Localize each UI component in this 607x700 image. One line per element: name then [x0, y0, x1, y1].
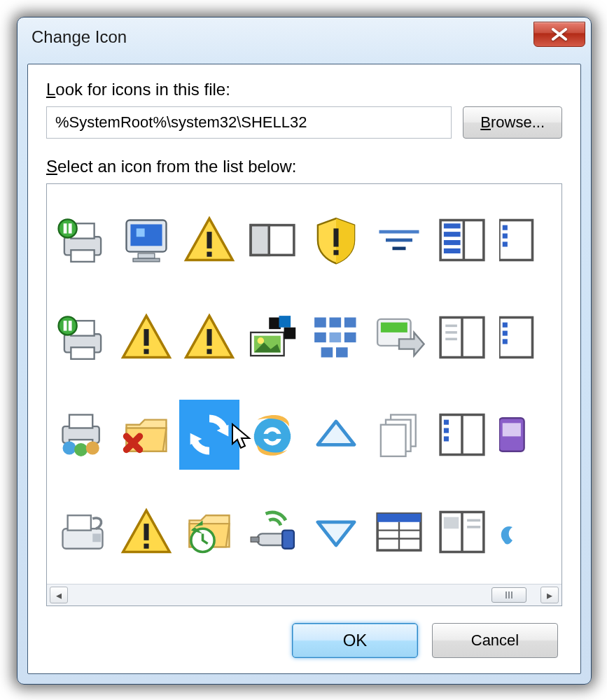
svg-rect-21 [444, 223, 461, 228]
icon-item-warning-triangle-2[interactable] [114, 288, 177, 386]
icon-item-printer-pause-2[interactable] [51, 288, 114, 386]
svg-rect-38 [207, 329, 211, 346]
svg-rect-28 [503, 233, 508, 238]
column-view-partial-2-icon [499, 311, 552, 364]
icon-item-column-view-partial[interactable] [494, 191, 557, 288]
svg-rect-53 [336, 347, 348, 357]
icon-item-wireless-usb[interactable] [241, 484, 304, 581]
svg-rect-55 [381, 323, 407, 332]
refresh-sync-icon [183, 408, 236, 461]
svg-rect-89 [144, 544, 148, 549]
icon-item-printer-pause[interactable] [51, 191, 114, 288]
warning-triangle-4-icon [120, 505, 173, 559]
icon-item-folder-history[interactable] [178, 484, 241, 581]
link-partial-icon [499, 505, 552, 559]
icon-file-path-input[interactable] [46, 106, 452, 139]
folder-delete-icon [120, 408, 173, 461]
svg-rect-46 [314, 317, 326, 327]
scroll-left-button[interactable]: ◂ [50, 587, 68, 603]
icon-item-tiles-grid[interactable] [305, 288, 368, 386]
icon-item-printer-shared-users[interactable] [51, 386, 114, 484]
svg-rect-19 [393, 246, 406, 250]
book-layout-icon [435, 505, 489, 559]
dialog-buttons: OK Cancel [46, 623, 562, 658]
svg-point-69 [74, 443, 88, 456]
folder-history-icon [183, 505, 236, 559]
icon-item-panel-split[interactable] [241, 191, 304, 288]
icon-item-book-open[interactable] [431, 288, 494, 386]
icon-item-details-view[interactable] [368, 484, 431, 581]
svg-rect-12 [207, 251, 211, 256]
printer-pause-icon [56, 214, 109, 267]
icon-item-warning-triangle[interactable] [178, 191, 241, 288]
svg-rect-81 [444, 428, 449, 433]
icon-item-warning-triangle-4[interactable] [114, 484, 177, 581]
svg-rect-22 [444, 232, 461, 237]
svg-rect-49 [314, 332, 326, 342]
svg-rect-11 [207, 232, 211, 248]
svg-rect-4 [64, 223, 67, 233]
close-button[interactable] [533, 22, 585, 47]
horizontal-scrollbar[interactable]: ◂ ▸ [47, 584, 561, 606]
icon-item-computer-screen[interactable] [114, 191, 177, 288]
cancel-button[interactable]: Cancel [432, 623, 558, 658]
icon-item-triangle-up[interactable] [305, 386, 368, 484]
svg-rect-39 [207, 349, 211, 354]
icon-item-pages-stack[interactable] [368, 386, 431, 484]
svg-rect-5 [69, 223, 72, 233]
filter-lines-icon [372, 214, 426, 267]
fax-machine-icon [56, 505, 109, 559]
scroll-right-button[interactable]: ▸ [540, 587, 559, 603]
icon-item-internet-explorer[interactable] [241, 386, 304, 484]
svg-rect-47 [329, 317, 341, 327]
svg-rect-36 [144, 329, 148, 346]
icon-grid[interactable] [47, 184, 561, 584]
printer-shared-users-icon [56, 408, 109, 461]
svg-rect-24 [444, 248, 461, 253]
ok-button[interactable]: OK [292, 623, 418, 658]
icon-item-warning-triangle-3[interactable] [178, 288, 241, 386]
icon-item-multimedia-photos[interactable] [241, 288, 304, 386]
svg-rect-17 [379, 230, 419, 233]
icon-item-triangle-down[interactable] [305, 484, 368, 581]
svg-rect-32 [71, 347, 95, 359]
browse-button[interactable]: Browse... [463, 106, 562, 139]
icon-item-folder-delete[interactable] [114, 386, 177, 484]
icon-item-arrow-next-green[interactable] [368, 288, 431, 386]
svg-point-33 [59, 316, 77, 335]
window-title: Change Icon [32, 27, 127, 47]
computer-screen-icon [120, 214, 173, 267]
titlebar: Change Icon [18, 18, 591, 57]
svg-rect-63 [503, 330, 508, 335]
svg-rect-23 [444, 240, 461, 245]
panel-split-icon [246, 214, 299, 267]
icon-item-filter-lines[interactable] [368, 191, 431, 288]
icon-item-device-purple-partial[interactable] [494, 386, 557, 484]
icon-item-fax-machine[interactable] [51, 484, 114, 581]
icon-item-link-partial[interactable] [494, 484, 557, 581]
printer-pause-2-icon [56, 311, 109, 364]
list-view-blue-icon [435, 214, 489, 267]
icon-item-list-view-blue[interactable] [431, 191, 494, 288]
svg-rect-77 [381, 425, 406, 456]
book-columns-icon [435, 408, 489, 461]
svg-rect-64 [503, 339, 508, 344]
tiles-grid-icon [309, 311, 363, 364]
svg-rect-51 [344, 332, 356, 342]
icon-item-column-view-partial-2[interactable] [494, 288, 557, 386]
svg-rect-62 [503, 323, 508, 328]
icon-item-book-layout[interactable] [431, 484, 494, 581]
svg-rect-16 [333, 250, 338, 255]
svg-rect-29 [503, 241, 508, 246]
dialog-client-area: Look for icons in this file: Browse... S… [27, 64, 581, 674]
svg-rect-8 [136, 228, 144, 237]
svg-rect-74 [254, 434, 291, 439]
svg-point-3 [59, 219, 77, 237]
svg-rect-44 [279, 316, 291, 328]
triangle-up-icon [309, 408, 363, 461]
icon-item-security-shield-warning[interactable] [305, 191, 368, 288]
icon-item-book-columns[interactable] [431, 386, 494, 484]
icon-item-refresh-sync[interactable] [178, 386, 241, 484]
security-shield-warning-icon [309, 214, 363, 267]
scroll-thumb[interactable] [491, 587, 526, 603]
